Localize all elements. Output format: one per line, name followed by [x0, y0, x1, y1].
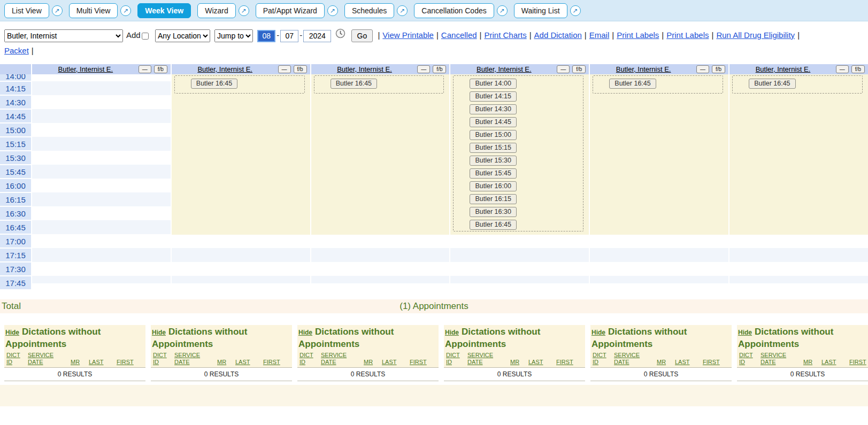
location-select[interactable]: Any Location — [155, 29, 210, 42]
column-header-mr[interactable]: MR — [71, 359, 89, 366]
hide-link[interactable]: Hide — [738, 329, 752, 336]
minimize-button[interactable]: — — [278, 65, 291, 73]
link-packet[interactable]: Packet — [4, 46, 29, 55]
slot-button[interactable]: Butler 16:00 — [470, 181, 516, 191]
popout-icon[interactable]: ↗ — [570, 5, 581, 16]
minimize-button[interactable]: — — [139, 65, 151, 73]
slot-button[interactable]: Butler 15:15 — [470, 143, 516, 153]
tab-week-view[interactable]: Week View — [137, 3, 191, 18]
tab-wizard[interactable]: Wizard — [197, 3, 236, 18]
fb-button[interactable]: f/b — [154, 65, 167, 73]
provider-link[interactable]: Butler, Internist E. — [175, 65, 275, 73]
column-header-mr[interactable]: MR — [803, 359, 821, 366]
popout-icon[interactable]: ↗ — [397, 5, 408, 16]
tab-pat-appt-wizard[interactable]: Pat/Appt Wizard — [256, 3, 325, 18]
minimize-button[interactable]: — — [417, 65, 430, 73]
column-header-date[interactable]: SERVICEDATE — [761, 352, 803, 366]
slot-button[interactable]: Butler 14:45 — [470, 117, 516, 127]
link-add-dictation[interactable]: Add Dictation — [534, 30, 582, 40]
slot-button[interactable]: Butler 16:45 — [331, 79, 377, 89]
tab-cancellation-codes[interactable]: Cancellation Codes — [414, 3, 494, 18]
slot-button[interactable]: Butler 14:30 — [470, 104, 516, 114]
minimize-button[interactable]: — — [836, 65, 849, 73]
column-header-id[interactable]: DICTID — [299, 352, 321, 366]
popout-icon[interactable]: ↗ — [52, 5, 63, 16]
link-run-all-drug-eligibility[interactable]: Run All Drug Eligibility — [716, 30, 795, 40]
slot-button[interactable]: Butler 16:45 — [191, 79, 237, 89]
go-button[interactable]: Go — [351, 29, 373, 42]
popout-icon[interactable]: ↗ — [120, 5, 131, 16]
column-header-last[interactable]: LAST — [235, 359, 263, 366]
column-header-id[interactable]: DICTID — [593, 352, 614, 366]
hide-link[interactable]: Hide — [592, 329, 605, 336]
popout-icon[interactable]: ↗ — [497, 5, 508, 16]
minimize-button[interactable]: — — [696, 65, 709, 73]
column-header-date[interactable]: SERVICEDATE — [614, 352, 657, 366]
hide-link[interactable]: Hide — [5, 329, 19, 336]
column-header-mr[interactable]: MR — [510, 359, 528, 366]
slot-button[interactable]: Butler 14:00 — [470, 79, 516, 89]
date-month-input[interactable] — [257, 30, 275, 42]
column-header-id[interactable]: DICTID — [6, 352, 28, 366]
fb-button[interactable]: f/b — [712, 65, 725, 73]
link-print-labels[interactable]: Print Labels — [666, 30, 709, 40]
column-header-mr[interactable]: MR — [217, 359, 235, 366]
column-header-first[interactable]: FIRST — [703, 359, 729, 366]
column-header-date[interactable]: SERVICEDATE — [467, 352, 510, 366]
column-header-mr[interactable]: MR — [657, 359, 675, 366]
column-header-first[interactable]: FIRST — [556, 359, 583, 366]
column-header-last[interactable]: LAST — [528, 359, 556, 366]
column-header-last[interactable]: LAST — [382, 359, 410, 366]
provider-link[interactable]: Butler, Internist E. — [314, 65, 415, 73]
provider-select[interactable]: Butler, Internist — [4, 29, 123, 42]
provider-link[interactable]: Butler, Internist E. — [454, 65, 554, 73]
clock-icon[interactable] — [335, 28, 345, 43]
provider-link[interactable]: Butler, Internist E. — [593, 65, 694, 73]
minimize-button[interactable]: — — [557, 65, 570, 73]
jump-to-select[interactable]: Jump to — [214, 29, 253, 42]
slot-button[interactable]: Butler 16:15 — [470, 194, 516, 204]
slot-button[interactable]: Butler 15:45 — [470, 168, 516, 179]
slot-button[interactable]: Butler 16:30 — [470, 207, 516, 217]
hide-link[interactable]: Hide — [445, 329, 459, 336]
slot-button[interactable]: Butler 15:00 — [470, 130, 516, 140]
date-year-input[interactable] — [303, 30, 331, 42]
column-header-date[interactable]: SERVICEDATE — [28, 352, 71, 366]
date-day-input[interactable] — [280, 30, 298, 42]
column-header-last[interactable]: LAST — [821, 359, 849, 366]
link-email[interactable]: Email — [589, 30, 610, 40]
tab-schedules[interactable]: Schedules — [344, 3, 394, 18]
popout-icon[interactable]: ↗ — [239, 5, 249, 16]
slot-button[interactable]: Butler 15:30 — [470, 156, 516, 166]
tab-waiting-list[interactable]: Waiting List — [514, 3, 567, 18]
link-view-printable[interactable]: View Printable — [382, 30, 434, 40]
slot-button[interactable]: Butler 16:45 — [749, 79, 795, 89]
fb-button[interactable]: f/b — [572, 65, 586, 73]
column-header-date[interactable]: SERVICEDATE — [321, 352, 364, 366]
column-header-mr[interactable]: MR — [364, 359, 382, 366]
slot-button[interactable]: Butler 16:45 — [470, 220, 516, 230]
slot-button[interactable]: Butler 14:15 — [470, 91, 516, 102]
slot-button[interactable]: Butler 16:45 — [609, 79, 656, 89]
add-checkbox[interactable] — [142, 33, 149, 40]
column-header-last[interactable]: LAST — [89, 359, 117, 366]
column-header-id[interactable]: DICTID — [446, 352, 467, 366]
column-header-first[interactable]: FIRST — [410, 359, 436, 366]
hide-link[interactable]: Hide — [298, 329, 312, 336]
link-cancelled[interactable]: Cancelled — [441, 30, 477, 40]
tab-multi-view[interactable]: Multi View — [69, 3, 118, 18]
column-header-id[interactable]: DICTID — [739, 352, 761, 366]
column-header-first[interactable]: FIRST — [117, 359, 143, 366]
link-print-charts[interactable]: Print Charts — [484, 30, 526, 40]
tab-list-view[interactable]: List View — [4, 3, 49, 18]
column-header-last[interactable]: LAST — [675, 359, 703, 366]
link-print-labels[interactable]: Print Labels — [617, 30, 659, 40]
column-header-first[interactable]: FIRST — [263, 359, 290, 366]
provider-link[interactable]: Butler, Internist E. — [733, 65, 833, 73]
hide-link[interactable]: Hide — [152, 329, 166, 336]
column-header-date[interactable]: SERVICEDATE — [174, 352, 217, 366]
column-header-id[interactable]: DICTID — [153, 352, 174, 366]
fb-button[interactable]: f/b — [294, 65, 307, 73]
fb-button[interactable]: f/b — [851, 65, 865, 73]
column-header-first[interactable]: FIRST — [849, 359, 868, 366]
